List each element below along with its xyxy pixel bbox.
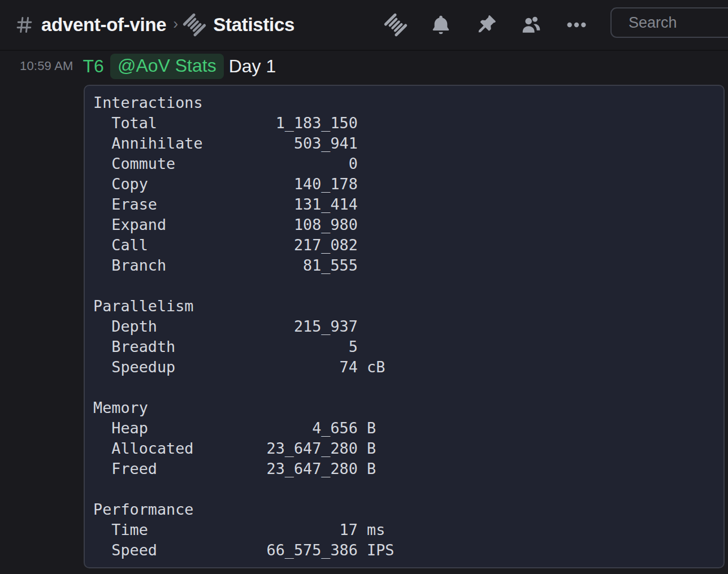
- message-author[interactable]: T6: [83, 56, 104, 77]
- search-input[interactable]: Search: [610, 7, 728, 38]
- header-action-bar: [384, 14, 588, 36]
- message-timestamp: 10:59 AM: [20, 59, 73, 73]
- channel-header: advent-of-vine › Statistics: [0, 0, 728, 50]
- breadcrumb-chevron-icon: ›: [173, 15, 178, 33]
- pinned-messages-icon[interactable]: [475, 14, 497, 36]
- notifications-bell-icon[interactable]: [430, 14, 452, 36]
- message-text: Day 1: [229, 56, 276, 77]
- members-icon[interactable]: [520, 14, 543, 36]
- breadcrumb: advent-of-vine › Statistics: [15, 0, 294, 50]
- message-row: 10:59 AM T6 @AoV Stats Day 1: [0, 53, 728, 79]
- bot-mention-pill[interactable]: @AoV Stats: [110, 54, 224, 79]
- thread-name: Statistics: [213, 14, 294, 36]
- stats-code-block: Interactions Total 1_183_150 Annihilate …: [84, 85, 725, 568]
- search-placeholder: Search: [629, 14, 677, 32]
- channel-hash-icon: [15, 14, 34, 36]
- channel-name[interactable]: advent-of-vine: [41, 14, 166, 36]
- threads-icon[interactable]: [384, 14, 407, 36]
- thread-spool-icon: [183, 14, 206, 36]
- more-options-icon[interactable]: [565, 14, 588, 36]
